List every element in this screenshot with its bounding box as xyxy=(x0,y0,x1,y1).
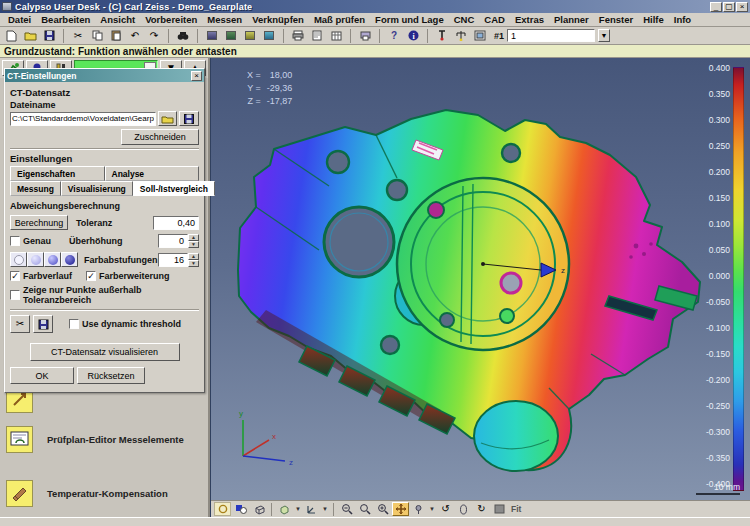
shading-dark-button[interactable] xyxy=(61,252,78,267)
element-list-button[interactable] xyxy=(471,28,489,43)
dialog-close-icon[interactable]: × xyxy=(191,71,202,81)
copy-button[interactable] xyxy=(88,28,106,43)
menu-item[interactable]: CAD xyxy=(479,14,510,25)
menu-item[interactable]: Info xyxy=(669,14,696,25)
fit-button[interactable]: Fit xyxy=(511,504,521,514)
shading-medium-button[interactable] xyxy=(44,252,61,267)
shading-light-button[interactable] xyxy=(27,252,44,267)
cut-button[interactable]: ✂ xyxy=(69,28,87,43)
toleranz-field[interactable]: 0,40 xyxy=(153,216,199,230)
menu-item[interactable]: Extras xyxy=(510,14,549,25)
help-button[interactable]: ? xyxy=(385,28,403,43)
probe-button[interactable] xyxy=(433,28,451,43)
farbverlauf-checkbox[interactable] xyxy=(10,271,20,281)
zoom-out-button[interactable] xyxy=(338,502,355,516)
paste-button[interactable] xyxy=(107,28,125,43)
genau-checkbox[interactable] xyxy=(10,236,20,246)
visualize-button[interactable]: CT-Datensatz visualisieren xyxy=(30,343,180,361)
menu-item[interactable]: Form und Lage xyxy=(370,14,449,25)
rotate-vertical-button[interactable]: ↻ xyxy=(473,502,490,516)
ueberhoehung-field[interactable]: 0 xyxy=(158,234,188,248)
ruecksetzen-button[interactable]: Rücksetzen xyxy=(77,367,145,384)
gearplate-deviation-model[interactable]: z y x z xyxy=(211,58,750,501)
new-file-button[interactable] xyxy=(2,28,20,43)
save-dataset-button[interactable] xyxy=(179,111,199,126)
berechnung-button[interactable]: Berechnung xyxy=(10,215,68,230)
zoom-dynamic-button[interactable] xyxy=(356,502,373,516)
rotate-horizontal-button[interactable]: ↺ xyxy=(437,502,454,516)
point-select-button[interactable] xyxy=(214,502,231,516)
redo-button[interactable]: ↷ xyxy=(145,28,163,43)
clip-button[interactable]: ✂ xyxy=(10,315,30,333)
ok-button[interactable]: OK xyxy=(10,367,74,384)
coordinate-system-button[interactable] xyxy=(303,502,320,516)
dialog-title-bar[interactable]: CT-Einstellungen × xyxy=(5,69,204,82)
spin-down-icon[interactable]: ▼ xyxy=(188,241,199,248)
chevron-down-icon[interactable]: ▼ xyxy=(294,506,302,512)
tab[interactable]: Analyse xyxy=(105,166,200,181)
cube-view-button[interactable] xyxy=(250,502,267,516)
cad-view-1-button[interactable] xyxy=(203,28,221,43)
spin-up-icon[interactable]: ▲ xyxy=(188,253,199,260)
menu-item[interactable]: Datei xyxy=(3,14,36,25)
menu-item[interactable]: CNC xyxy=(449,14,480,25)
sidebar-item-pruefplan-editor[interactable]: Prüfplan-Editor Messelemente xyxy=(6,426,184,453)
farbabstufungen-field[interactable]: 16 xyxy=(158,253,188,267)
cad-view-4-button[interactable] xyxy=(260,28,278,43)
render-solid-button[interactable] xyxy=(491,502,508,516)
sidebar-item-temperatur-kompensation[interactable]: Temperatur-Kompensation xyxy=(6,480,168,507)
chevron-down-icon[interactable]: ▼ xyxy=(321,506,329,512)
farberweiterung-checkbox[interactable] xyxy=(86,271,96,281)
protocol-button[interactable] xyxy=(308,28,326,43)
table-button[interactable] xyxy=(327,28,345,43)
chevron-down-icon[interactable]: ▼ xyxy=(598,29,610,42)
menu-item[interactable]: Vorbereiten xyxy=(140,14,202,25)
tab[interactable]: Eigenschaften xyxy=(10,166,105,181)
browse-button[interactable] xyxy=(158,111,178,126)
save-button[interactable] xyxy=(40,28,58,43)
menu-item[interactable]: Ansicht xyxy=(95,14,140,25)
minimize-button[interactable]: _ xyxy=(710,2,722,12)
toleranzbereich-checkbox[interactable] xyxy=(10,290,20,300)
pan-button[interactable] xyxy=(392,502,409,516)
print-button[interactable] xyxy=(289,28,307,43)
report-print-button[interactable] xyxy=(356,28,374,43)
cad-view-2-button[interactable] xyxy=(222,28,240,43)
open-file-button[interactable] xyxy=(21,28,39,43)
maximize-button[interactable]: ▢ xyxy=(723,2,735,12)
spin-down-icon[interactable]: ▼ xyxy=(188,260,199,267)
menu-item[interactable]: Fenster xyxy=(594,14,638,25)
rotate-free-button[interactable] xyxy=(455,502,472,516)
zuschneiden-button[interactable]: Zuschneiden xyxy=(121,129,199,145)
info-button[interactable]: i xyxy=(404,28,422,43)
tab[interactable]: Visualisierung xyxy=(61,181,133,196)
toolbar-separator xyxy=(423,29,428,43)
menu-item[interactable]: Messen xyxy=(202,14,247,25)
tab[interactable]: Messung xyxy=(10,181,61,196)
undo-button[interactable]: ↶ xyxy=(126,28,144,43)
filename-input[interactable] xyxy=(10,112,156,126)
find-button[interactable] xyxy=(174,28,192,43)
probe-position-button[interactable] xyxy=(410,502,427,516)
shading-flat-button[interactable] xyxy=(10,252,27,267)
menu-item[interactable]: Hilfe xyxy=(638,14,669,25)
menu-item[interactable]: Maß prüfen xyxy=(309,14,370,25)
menu-item[interactable]: Planner xyxy=(549,14,594,25)
cad-view-3-button[interactable] xyxy=(241,28,259,43)
feature-value-box[interactable]: 1 xyxy=(507,29,595,42)
tab[interactable]: Soll-/Istvergleich xyxy=(133,181,215,196)
menu-item[interactable]: Bearbeiten xyxy=(36,14,95,25)
menu-item[interactable]: Verknüpfen xyxy=(247,14,309,25)
zoom-in-button[interactable] xyxy=(374,502,391,516)
stylus-system-button[interactable] xyxy=(452,28,470,43)
element-select-button[interactable] xyxy=(232,502,249,516)
printer-icon xyxy=(292,30,304,41)
chevron-down-icon[interactable]: ▼ xyxy=(428,506,436,512)
close-button[interactable]: × xyxy=(736,2,748,12)
save-settings-button[interactable] xyxy=(33,315,53,333)
dynamic-threshold-checkbox[interactable] xyxy=(69,319,79,329)
spin-up-icon[interactable]: ▲ xyxy=(188,234,199,241)
pan-cross-icon xyxy=(395,503,407,515)
view-orientation-button[interactable] xyxy=(276,502,293,516)
cad-viewport[interactable]: X =18,00 Y =-29,36 Z =-17,87 xyxy=(210,58,750,517)
